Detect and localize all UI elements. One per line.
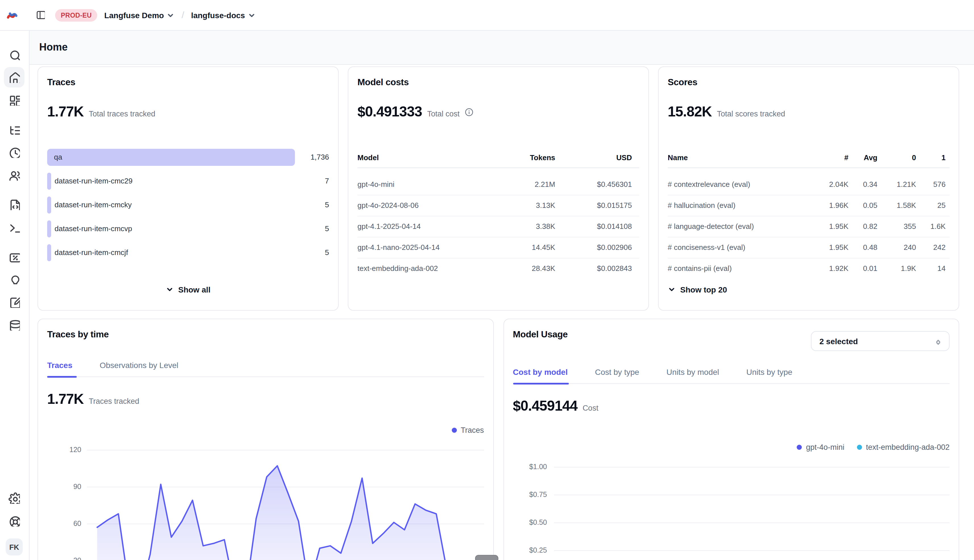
table-row: # contextrelevance (eval) 2.04K 0.34 1.2…: [668, 174, 950, 195]
tab-units-by-type[interactable]: Units by type: [747, 365, 792, 383]
page-header: Home: [29, 30, 974, 65]
active-tab-indicator: [47, 376, 77, 378]
model-usage-cost-total: $0.459144: [513, 398, 577, 414]
home-icon: [4, 67, 24, 87]
legend-dot: [797, 445, 802, 450]
score-count: 1.96K: [829, 195, 849, 216]
model-tokens: 28.43K: [532, 258, 555, 279]
table-row: gpt-4o-2024-08-06 3.13K $0.015175: [358, 195, 639, 217]
trace-name: dataset-run-item-cmcjf: [55, 244, 128, 261]
column-one: 1: [942, 152, 946, 163]
y-tick-label: 30: [38, 557, 81, 560]
sidebar-item-sessions[interactable]: [3, 141, 25, 163]
chevron-down-icon: [668, 286, 676, 293]
score-count: 1.95K: [829, 216, 849, 237]
support-lifebuoy-icon: [8, 515, 20, 527]
model-select[interactable]: 2 selected: [811, 331, 950, 351]
model-name: gpt-4o-2024-08-06: [358, 195, 419, 216]
chevrons-up-down-icon: [934, 337, 942, 345]
score-zero: 355: [904, 216, 916, 237]
model-select-value: 2 selected: [819, 337, 858, 346]
traces-card: Traces 1.77K Total traces tracked qa 1,7…: [37, 67, 339, 311]
legend-item-gpt-4o-mini: gpt-4o-mini: [797, 443, 844, 452]
sidebar-item-users[interactable]: [3, 163, 25, 186]
model-usage-card: Model Usage 2 selected Cost by model Cos…: [503, 318, 959, 560]
trace-name: dataset-run-item-cmc29: [55, 173, 133, 190]
scores-card: Scores 15.82K Total scores tracked Name …: [658, 67, 959, 311]
score-name: # conciseness-v1 (eval): [668, 237, 745, 258]
organization-name: Langfuse Demo: [104, 10, 164, 20]
tab-cost-by-type[interactable]: Cost by type: [595, 365, 639, 383]
score-avg: 0.34: [863, 174, 877, 195]
breadcrumb-organization[interactable]: Langfuse Demo: [104, 10, 175, 20]
model-tokens: 2.21M: [535, 174, 555, 195]
column-usd: USD: [616, 152, 632, 163]
main-content: Home Traces 1.77K Total traces tracked q…: [29, 30, 974, 560]
table-row: gpt-4o-mini 2.21M $0.456301: [358, 174, 639, 195]
tab-observations-by-level[interactable]: Observations by Level: [100, 358, 179, 377]
table-row: # hallucination (eval) 1.96K 0.05 1.58K …: [668, 195, 950, 217]
model-tokens: 3.13K: [536, 195, 555, 216]
traces-tracked-total: 1.77K: [47, 391, 84, 407]
show-top-20-label: Show top 20: [680, 285, 727, 294]
trace-name: dataset-run-item-cmcky: [55, 197, 132, 213]
traces-by-time-tabs: Traces Observations by Level: [47, 358, 484, 377]
show-all-button[interactable]: Show all: [165, 285, 211, 294]
table-row: gpt-4.1-2025-04-14 3.38K $0.014108: [358, 216, 639, 237]
info-icon[interactable]: [464, 108, 473, 117]
sidebar-item-annotation[interactable]: [3, 291, 25, 313]
sidebar-item-evaluators[interactable]: [3, 245, 25, 268]
table-row: # conciseness-v1 (eval) 1.95K 0.48 240 2…: [668, 237, 950, 258]
sidebar-item-support[interactable]: [3, 510, 25, 532]
sidebar-item-playground[interactable]: [3, 216, 25, 238]
page-title: Home: [39, 41, 68, 53]
y-tick-label: $0.25: [504, 547, 547, 554]
column-tokens: Tokens: [530, 152, 555, 163]
sidebar-item-dashboards[interactable]: [3, 88, 25, 111]
sidebar-item-insights[interactable]: [3, 268, 25, 291]
score-name: # hallucination (eval): [668, 195, 735, 216]
chevron-down-icon: [248, 11, 256, 19]
horizontal-scrollbar-thumb[interactable]: [475, 555, 498, 560]
area-chart-plot: [87, 450, 485, 560]
users-icon: [8, 169, 20, 181]
chevron-down-icon: [165, 286, 174, 293]
sidebar-item-settings[interactable]: [3, 487, 25, 510]
show-top-20-button[interactable]: Show top 20: [668, 285, 727, 294]
column-count: #: [844, 152, 849, 163]
model-usd: $0.456301: [597, 174, 632, 195]
sidebar-item-datasets[interactable]: [3, 313, 25, 336]
sidebar-item-tracing[interactable]: [3, 118, 25, 141]
sidebar-item-home[interactable]: [3, 66, 25, 88]
insights-lightbulb-icon: [8, 274, 20, 285]
langfuse-dashboard: PROD-EU Langfuse Demo / langfuse-docs: [0, 0, 974, 560]
tab-cost-by-model[interactable]: Cost by model: [513, 365, 568, 383]
model-costs-card: Model costs $0.491333 Total cost Model T…: [348, 67, 649, 311]
model-tokens: 3.38K: [536, 216, 555, 237]
breadcrumb-project[interactable]: langfuse-docs: [191, 10, 256, 20]
user-avatar[interactable]: FK: [6, 538, 23, 555]
breadcrumb-separator: /: [182, 9, 184, 21]
sidebar-item-search[interactable]: [3, 43, 25, 66]
project-name: langfuse-docs: [191, 10, 245, 20]
table-row: # language-detector (eval) 1.95K 0.82 35…: [668, 216, 950, 237]
trace-bar: [47, 220, 51, 237]
sidebar-item-prompts[interactable]: [3, 193, 25, 216]
model-costs-card-title: Model costs: [358, 77, 409, 87]
trace-count: 5: [325, 220, 329, 237]
trace-bar-row: qa 1,736: [47, 149, 329, 166]
model-tokens: 14.45K: [532, 237, 555, 258]
y-tick-label: 90: [38, 483, 81, 491]
model-name: text-embedding-ada-002: [358, 258, 438, 279]
chevron-down-icon: [167, 11, 175, 19]
traces-total: 1.77K: [47, 103, 84, 120]
score-one: 1.6K: [931, 216, 946, 237]
sidebar-toggle-button[interactable]: [32, 7, 48, 23]
model-usage-cost-subtitle: Cost: [583, 404, 598, 412]
column-model: Model: [358, 152, 379, 163]
prompts-file-code-icon: [8, 199, 20, 210]
tab-units-by-model[interactable]: Units by model: [667, 365, 719, 383]
chart-legend: Traces: [451, 426, 484, 435]
tab-traces[interactable]: Traces: [47, 358, 72, 377]
scores-card-title: Scores: [668, 77, 697, 87]
